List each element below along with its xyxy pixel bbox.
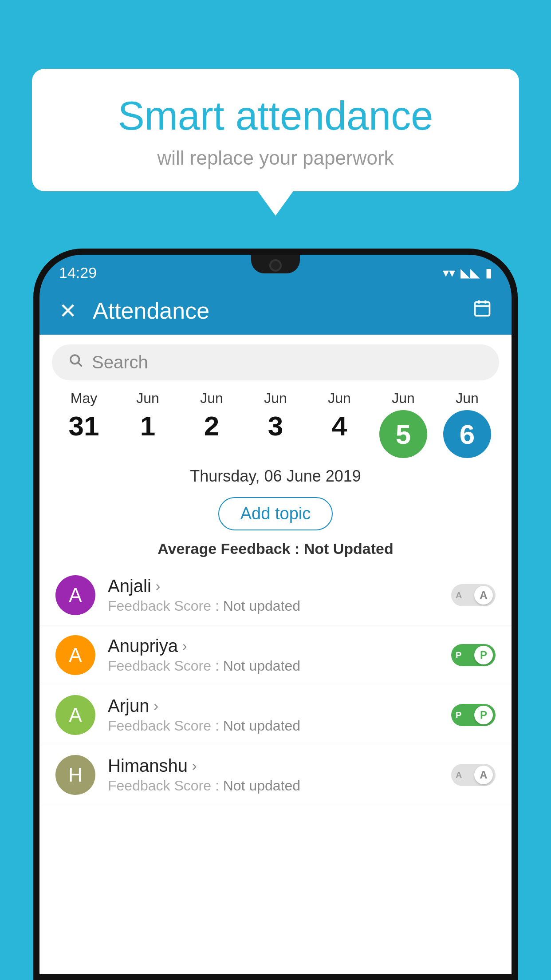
student-list: A Anjali › Feedback Score : Not updated … — [39, 565, 512, 805]
date-col-jun1[interactable]: Jun 1 — [123, 390, 172, 442]
avatar-anupriya: A — [55, 635, 95, 675]
chevron-icon-anjali: › — [156, 578, 161, 594]
avg-feedback: Average Feedback : Not Updated — [39, 536, 512, 565]
avatar-anjali: A — [55, 575, 95, 615]
speech-bubble: Smart attendance will replace your paper… — [32, 69, 519, 191]
phone-notch — [251, 255, 300, 273]
close-button[interactable]: ✕ — [59, 298, 77, 323]
student-item-himanshu[interactable]: H Himanshu › Feedback Score : Not update… — [39, 745, 512, 805]
student-item-anupriya[interactable]: A Anupriya › Feedback Score : Not update… — [39, 625, 512, 685]
avatar-arjun: A — [55, 695, 95, 735]
vol-button-1 — [33, 379, 36, 415]
student-info-anupriya: Anupriya › Feedback Score : Not updated — [108, 636, 451, 674]
student-item-anjali[interactable]: A Anjali › Feedback Score : Not updated … — [39, 565, 512, 625]
student-info-himanshu: Himanshu › Feedback Score : Not updated — [108, 756, 451, 794]
battery-icon: ▮ — [485, 265, 492, 280]
vol-button-2 — [33, 423, 36, 459]
student-item-arjun[interactable]: A Arjun › Feedback Score : Not updated P — [39, 685, 512, 745]
bubble-title: Smart attendance — [59, 93, 492, 139]
phone-content: Search May 31 Jun 1 Jun 2 Jun 3 — [39, 335, 512, 974]
date-col-jun5[interactable]: Jun 5 — [379, 390, 428, 458]
search-icon — [68, 352, 84, 372]
toggle-off-himanshu[interactable]: A — [451, 764, 496, 786]
toggle-anupriya[interactable]: P — [451, 644, 496, 666]
toggle-on-arjun[interactable]: P — [451, 704, 496, 726]
toggle-himanshu[interactable]: A — [451, 764, 496, 786]
student-score-anjali: Feedback Score : Not updated — [108, 598, 451, 614]
status-icons: ▾▾ ◣◣ ▮ — [443, 265, 492, 280]
date-col-jun6[interactable]: Jun 6 — [443, 390, 492, 458]
status-time: 14:29 — [59, 264, 97, 281]
signal-icon: ◣◣ — [460, 265, 480, 280]
bubble-subtitle: will replace your paperwork — [59, 147, 492, 169]
date-strip: May 31 Jun 1 Jun 2 Jun 3 Jun 4 — [39, 390, 512, 458]
toggle-off-anjali[interactable]: A — [451, 584, 496, 606]
calendar-icon[interactable] — [472, 299, 492, 323]
student-score-himanshu: Feedback Score : Not updated — [108, 778, 451, 794]
wifi-icon: ▾▾ — [443, 265, 455, 280]
header-title: Attendance — [93, 297, 457, 324]
date-info: Thursday, 06 June 2019 — [39, 458, 512, 492]
student-name-anupriya: Anupriya › — [108, 636, 451, 656]
student-score-arjun: Feedback Score : Not updated — [108, 718, 451, 734]
app-header: ✕ Attendance — [39, 287, 512, 335]
phone-frame: 14:29 ▾▾ ◣◣ ▮ ✕ Attendance — [33, 249, 518, 980]
toggle-on-anupriya[interactable]: P — [451, 644, 496, 666]
add-topic-button[interactable]: Add topic — [218, 497, 333, 530]
student-score-anupriya: Feedback Score : Not updated — [108, 658, 451, 674]
student-info-anjali: Anjali › Feedback Score : Not updated — [108, 576, 451, 614]
chevron-icon-anupriya: › — [182, 638, 187, 654]
chevron-icon-himanshu: › — [192, 758, 197, 774]
svg-line-5 — [78, 363, 82, 366]
search-placeholder: Search — [92, 352, 148, 372]
phone-camera — [269, 259, 282, 272]
toggle-arjun[interactable]: P — [451, 704, 496, 726]
avatar-himanshu: H — [55, 755, 95, 795]
student-info-arjun: Arjun › Feedback Score : Not updated — [108, 696, 451, 734]
selected-date: Thursday, 06 June 2019 — [190, 467, 361, 485]
power-button — [515, 397, 518, 446]
avg-feedback-label: Average Feedback : — [157, 540, 303, 557]
chevron-icon-arjun: › — [153, 698, 158, 714]
student-name-arjun: Arjun › — [108, 696, 451, 716]
date-col-may31[interactable]: May 31 — [59, 390, 108, 442]
avg-feedback-value: Not Updated — [304, 540, 394, 557]
date-col-jun3[interactable]: Jun 3 — [251, 390, 300, 442]
date-circle-green: 5 — [379, 410, 427, 458]
date-circle-blue: 6 — [443, 410, 491, 458]
search-bar[interactable]: Search — [52, 344, 499, 380]
date-col-jun4[interactable]: Jun 4 — [315, 390, 364, 442]
toggle-anjali[interactable]: A — [451, 584, 496, 606]
date-col-jun2[interactable]: Jun 2 — [187, 390, 236, 442]
svg-point-4 — [71, 355, 79, 364]
svg-rect-0 — [475, 302, 490, 316]
student-name-himanshu: Himanshu › — [108, 756, 451, 776]
student-name-anjali: Anjali › — [108, 576, 451, 596]
